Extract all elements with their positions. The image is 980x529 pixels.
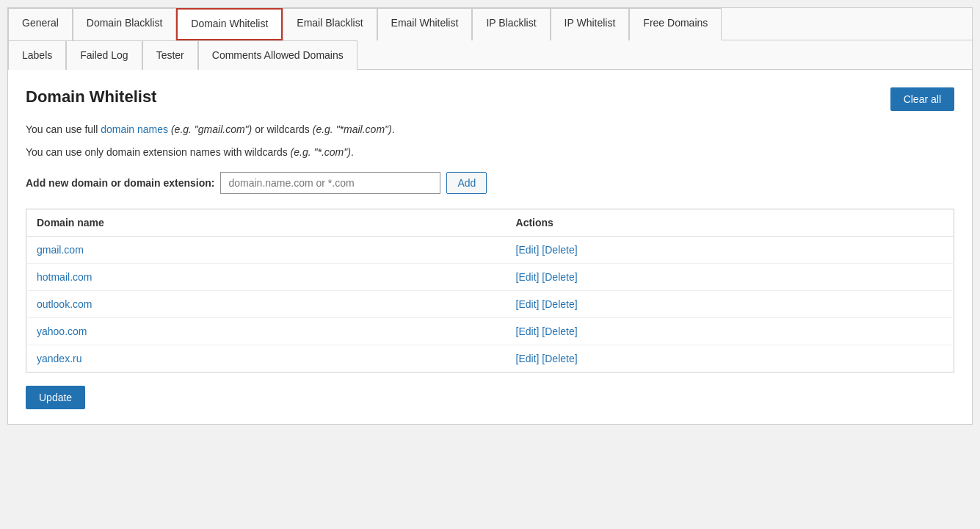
content-area: Domain Whitelist Clear all You can use f… (8, 70, 972, 424)
actions-cell: [Edit] [Delete] (506, 263, 954, 290)
content-header: Domain Whitelist Clear all (26, 87, 954, 111)
tabs-row-2: LabelsFailed LogTesterComments Allowed D… (8, 40, 972, 71)
table-row: outlook.com[Edit] [Delete] (26, 290, 954, 317)
edit-link[interactable]: [Edit] (516, 325, 540, 337)
tabs-row-1: GeneralDomain BlacklistDomain WhitelistE… (8, 8, 972, 40)
tab-ip-whitelist[interactable]: IP Whitelist (551, 8, 630, 40)
domain-link[interactable]: gmail.com (37, 244, 84, 256)
desc1-italic2: (e.g. "*mail.com") (313, 123, 392, 135)
tab-general[interactable]: General (8, 8, 73, 40)
table-header-row: Domain name Actions (26, 209, 954, 236)
main-container: GeneralDomain BlacklistDomain WhitelistE… (7, 7, 973, 425)
domain-cell: hotmail.com (26, 263, 506, 290)
tab-email-blacklist[interactable]: Email Blacklist (283, 8, 377, 40)
tab-failed-log[interactable]: Failed Log (66, 40, 142, 71)
desc1-period: . (392, 123, 395, 135)
tab-ip-blacklist[interactable]: IP Blacklist (472, 8, 550, 40)
clear-all-button[interactable]: Clear all (890, 87, 954, 111)
edit-link[interactable]: [Edit] (516, 353, 540, 364)
actions-cell: [Edit] [Delete] (506, 317, 954, 345)
delete-link[interactable]: [Delete] (542, 353, 577, 364)
col-actions: Actions (506, 209, 954, 236)
delete-link[interactable]: [Delete] (542, 298, 577, 310)
domain-link[interactable]: yandex.ru (37, 353, 81, 364)
actions-cell: [Edit] [Delete] (506, 345, 954, 372)
desc1-italic1: (e.g. "gmail.com") (171, 123, 252, 135)
add-domain-button[interactable]: Add (446, 172, 487, 194)
delete-link[interactable]: [Delete] (542, 271, 577, 283)
domain-link[interactable]: hotmail.com (37, 271, 92, 283)
domain-link[interactable]: yahoo.com (37, 325, 87, 337)
update-button[interactable]: Update (26, 386, 85, 409)
page-title: Domain Whitelist (26, 87, 156, 107)
domain-cell: outlook.com (26, 290, 506, 317)
desc2-italic: (e.g. "*.com") (291, 146, 351, 158)
col-domain-name: Domain name (26, 209, 506, 236)
table-row: hotmail.com[Edit] [Delete] (26, 263, 954, 290)
desc1-text1: You can use full (26, 123, 101, 135)
add-domain-label: Add new domain or domain extension: (26, 177, 214, 189)
tab-labels[interactable]: Labels (8, 40, 66, 71)
add-domain-row: Add new domain or domain extension: Add (26, 172, 954, 194)
domain-cell: gmail.com (26, 236, 506, 263)
tab-tester[interactable]: Tester (142, 40, 198, 71)
table-row: yandex.ru[Edit] [Delete] (26, 345, 954, 372)
desc1-text3: or wildcards (252, 123, 312, 135)
desc1-link: domain names (101, 123, 168, 135)
domain-cell: yahoo.com (26, 317, 506, 345)
actions-cell: [Edit] [Delete] (506, 290, 954, 317)
delete-link[interactable]: [Delete] (542, 325, 577, 337)
tab-free-domains[interactable]: Free Domains (629, 8, 722, 40)
edit-link[interactable]: [Edit] (516, 298, 540, 310)
tab-domain-blacklist[interactable]: Domain Blacklist (73, 8, 176, 40)
tab-domain-whitelist[interactable]: Domain Whitelist (176, 8, 283, 40)
delete-link[interactable]: [Delete] (542, 244, 577, 256)
domain-table: Domain name Actions gmail.com[Edit] [Del… (26, 209, 954, 373)
actions-cell: [Edit] [Delete] (506, 236, 954, 263)
tab-email-whitelist[interactable]: Email Whitelist (377, 8, 473, 40)
add-domain-input[interactable] (220, 172, 440, 194)
desc2-period: . (351, 146, 354, 158)
tab-comments-allowed-domains[interactable]: Comments Allowed Domains (198, 40, 357, 71)
desc2-text1: You can use only domain extension names … (26, 146, 291, 158)
table-row: gmail.com[Edit] [Delete] (26, 236, 954, 263)
edit-link[interactable]: [Edit] (516, 244, 540, 256)
domain-cell: yandex.ru (26, 345, 506, 372)
domain-link[interactable]: outlook.com (37, 298, 92, 310)
table-row: yahoo.com[Edit] [Delete] (26, 317, 954, 345)
edit-link[interactable]: [Edit] (516, 271, 540, 283)
description-1: You can use full domain names (e.g. "gma… (26, 121, 954, 137)
description-2: You can use only domain extension names … (26, 144, 954, 160)
